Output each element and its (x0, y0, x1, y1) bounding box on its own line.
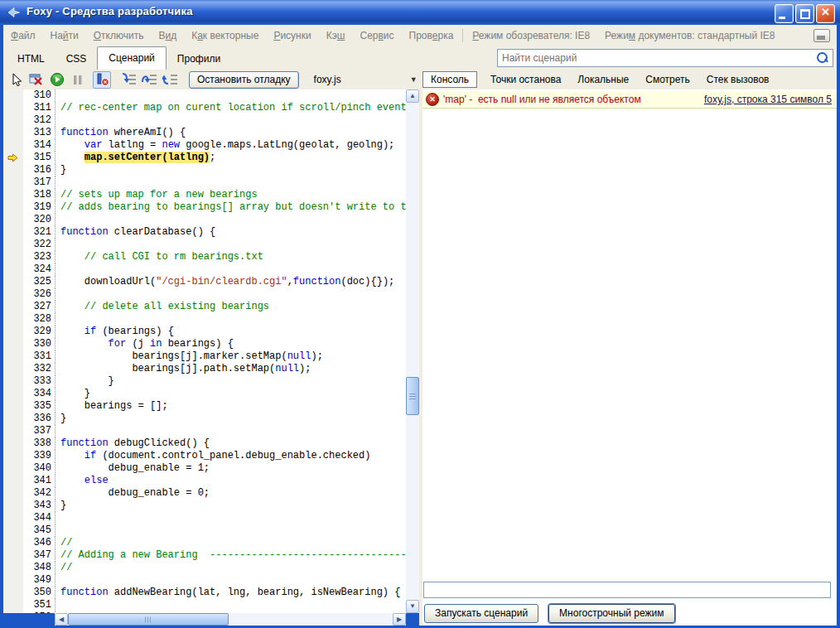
tab-сценарий[interactable]: Сценарий (97, 46, 166, 70)
breakpoint-gutter[interactable] (3, 251, 23, 263)
breakpoint-gutter[interactable] (3, 413, 23, 425)
menu-item[interactable]: Файл (3, 25, 43, 46)
error-source-link[interactable]: foxy.js, строка 315 символ 5 (704, 94, 832, 105)
menu-item[interactable]: Сервис (352, 25, 401, 46)
breakpoint-gutter[interactable] (3, 214, 23, 226)
breakpoint-gutter[interactable] (3, 524, 23, 537)
breakpoint-gutter[interactable] (3, 226, 23, 239)
step-into-icon[interactable] (121, 72, 138, 88)
script-file-select[interactable]: foxy.js ▼ (314, 74, 418, 85)
breakpoint-gutter[interactable] (3, 276, 23, 288)
code-text (56, 263, 406, 276)
breakpoint-gutter[interactable] (3, 363, 23, 375)
multiline-mode-button[interactable]: Многострочный режим (548, 604, 674, 623)
scroll-up-icon[interactable]: ▲ (406, 89, 419, 103)
menu-item[interactable]: Рисунки (266, 25, 318, 46)
console-command-input[interactable] (423, 582, 831, 598)
breakpoint-gutter[interactable] (3, 127, 23, 139)
title-bar[interactable]: Foxy - Средства разработчика ✕ (0, 0, 840, 25)
breakpoint-gutter[interactable] (3, 450, 23, 462)
breakpoint-gutter[interactable] (3, 388, 23, 400)
vertical-scroll-thumb[interactable] (406, 377, 419, 415)
breakpoint-gutter[interactable] (3, 512, 23, 524)
breakpoint-gutter[interactable] (3, 239, 23, 251)
minimize-icon[interactable] (775, 4, 794, 23)
menu-item[interactable]: Режим документов: стандартный IE8 (597, 25, 782, 46)
breakpoint-gutter[interactable] (3, 500, 23, 512)
breakpoint-gutter[interactable] (3, 338, 23, 350)
breakpoint-gutter[interactable] (3, 350, 23, 363)
breakpoint-gutter[interactable] (3, 263, 23, 276)
breakpoint-gutter[interactable] (3, 301, 23, 313)
breakpoint-gutter[interactable] (3, 599, 23, 611)
breakpoint-gutter[interactable] (3, 89, 23, 102)
scroll-left-icon[interactable]: ◀ (55, 613, 68, 626)
break-on-error-icon[interactable] (93, 71, 111, 89)
step-out-icon[interactable] (162, 72, 179, 88)
console-tab[interactable]: Точки останова (482, 71, 569, 88)
breakpoint-gutter[interactable] (3, 462, 23, 475)
console-tab[interactable]: Консоль (422, 71, 477, 88)
code-line: 342 debug_enable = 0; (3, 487, 406, 500)
code-line: 346// (3, 537, 406, 549)
breakpoint-gutter[interactable] (3, 400, 23, 413)
breakpoint-gutter[interactable] (3, 475, 23, 487)
step-over-icon[interactable] (142, 72, 158, 88)
tab-css[interactable]: CSS (56, 49, 98, 70)
code-line: 311// rec-center map on curent location … (3, 102, 406, 114)
breakpoint-gutter[interactable] (3, 537, 23, 549)
horizontal-scroll-thumb[interactable] (68, 613, 229, 626)
pointer-icon[interactable] (7, 72, 24, 88)
breakpoint-gutter[interactable] (3, 611, 23, 613)
run-script-button[interactable]: Запускать сценарий (424, 604, 538, 623)
maximize-icon[interactable] (795, 4, 814, 23)
close-icon[interactable]: ✕ (816, 4, 835, 23)
scroll-down-icon[interactable]: ▼ (406, 600, 419, 613)
clear-window-icon[interactable] (28, 72, 45, 88)
scroll-right-icon[interactable]: ▶ (393, 613, 406, 626)
breakpoint-gutter[interactable] (3, 139, 23, 152)
menu-item[interactable]: Найти (43, 25, 86, 46)
breakpoint-gutter[interactable] (3, 549, 23, 562)
breakpoint-gutter[interactable] (3, 102, 23, 114)
menu-item[interactable]: Кэш (319, 25, 353, 46)
breakpoint-gutter[interactable] (3, 437, 23, 450)
script-source-view[interactable]: 310311// rec-center map on curent locati… (3, 89, 406, 613)
breakpoint-gutter[interactable] (3, 375, 23, 388)
menu-item[interactable]: Проверка (402, 25, 461, 46)
menu-item[interactable]: Вид (151, 25, 184, 46)
script-file-name: foxy.js (314, 74, 341, 85)
breakpoint-gutter[interactable] (3, 288, 23, 301)
tab-профили[interactable]: Профили (167, 49, 231, 70)
code-vertical-scrollbar[interactable]: ▲ ▼ (406, 89, 419, 613)
breakpoint-gutter[interactable] (3, 562, 23, 574)
line-number: 345 (23, 524, 56, 537)
breakpoint-gutter[interactable] (3, 176, 23, 189)
pin-panel-icon[interactable] (813, 29, 830, 42)
pause-icon[interactable] (70, 72, 86, 88)
breakpoint-gutter[interactable] (3, 587, 23, 599)
breakpoint-gutter[interactable] (3, 313, 23, 326)
code-line: 332 bearings[j].path.setMap(null); (3, 363, 406, 375)
breakpoint-gutter[interactable] (3, 201, 23, 214)
tab-html[interactable]: HTML (7, 49, 56, 70)
breakpoint-gutter[interactable] (3, 164, 23, 176)
stop-debug-button[interactable]: Остановить отладку (189, 71, 299, 89)
menu-item[interactable]: Отключить (86, 25, 152, 46)
menu-item[interactable]: Как векторные (184, 25, 266, 46)
console-tab[interactable]: Стек вызовов (698, 71, 778, 88)
breakpoint-gutter[interactable] (3, 487, 23, 500)
console-tab[interactable]: Локальные (569, 71, 637, 88)
current-line-arrow-icon[interactable] (3, 152, 23, 164)
breakpoint-gutter[interactable] (3, 189, 23, 201)
breakpoint-gutter[interactable] (3, 326, 23, 338)
breakpoint-gutter[interactable] (3, 114, 23, 127)
search-icon[interactable] (817, 52, 828, 63)
breakpoint-gutter[interactable] (3, 425, 23, 437)
menu-item[interactable]: Режим обозревателя: IE8 (465, 25, 597, 46)
continue-icon[interactable] (49, 72, 65, 88)
console-tab[interactable]: Смотреть (637, 71, 698, 88)
breakpoint-gutter[interactable] (3, 574, 23, 587)
search-input[interactable] (500, 51, 810, 65)
code-horizontal-scrollbar[interactable]: ◀ ▶ (55, 613, 406, 626)
